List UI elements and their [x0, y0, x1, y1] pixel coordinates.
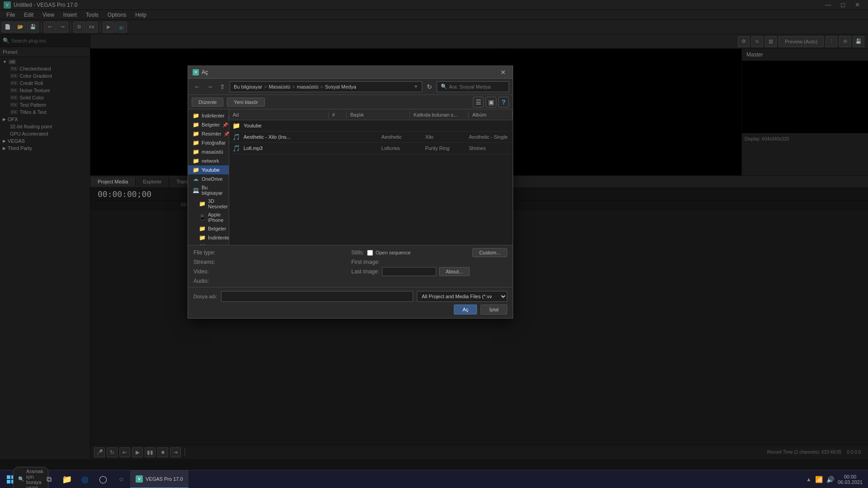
nav-forward-button[interactable]: → — [204, 81, 215, 92]
folder-icon: 📁 — [193, 149, 199, 155]
footer-filename-row: Dosya adı: All Project and Media Files (… — [193, 291, 507, 302]
filename-input[interactable] — [221, 291, 413, 302]
audio-icon-row: 🎵 — [233, 145, 240, 152]
folder-icon-row: 📁 — [233, 122, 240, 129]
dialog-close-button[interactable]: ✕ — [498, 67, 508, 77]
tree-item-network[interactable]: 📁 network — [188, 156, 229, 165]
dialog-actions-bar: Düzenle Yeni klasör ☰ ▣ ? — [188, 95, 513, 109]
chrome-btn[interactable]: ◯ — [94, 470, 112, 488]
audio-label: Audio: — [193, 278, 209, 284]
about-button[interactable]: About... — [439, 267, 470, 276]
cloud-icon: ☁ — [193, 176, 199, 182]
spotify-btn[interactable]: ○ — [112, 470, 130, 488]
tree-item-fotograflar[interactable]: 📁 Fotoğraflar — [188, 138, 229, 147]
stills-checkbox[interactable] — [367, 250, 373, 256]
tree-item-indirilenler-2[interactable]: 📁 İndirilenler — [188, 233, 229, 242]
tree-label: masaüstü — [202, 149, 223, 155]
computer-icon: 💻 — [193, 187, 199, 193]
col-ad[interactable]: Ad — [229, 111, 329, 118]
video-label: Video: — [193, 268, 209, 275]
file-explorer-btn[interactable]: 📁 — [58, 470, 76, 488]
bread-dropdown[interactable]: ▼ — [414, 84, 418, 89]
folder-icon: 📁 — [193, 122, 199, 128]
col-katkida[interactable]: Katkıda bulunan s... — [410, 111, 469, 118]
tree-label: Fotoğraflar — [202, 140, 226, 145]
nav-back-button[interactable]: ← — [192, 81, 203, 92]
iptal-button[interactable]: İptal — [481, 305, 507, 314]
nav-refresh-button[interactable]: ↻ — [424, 81, 435, 92]
vegas-taskbar-btn[interactable]: V VEGAS Pro 17.0 — [130, 470, 189, 488]
yeni-klasor-button[interactable]: Yeni klasör — [227, 98, 264, 107]
folder-icon: 📁 — [193, 131, 199, 137]
folder-icon: 📁 — [193, 167, 199, 173]
breadcrumb[interactable]: Bu bilgisayar > Masaüstü > masaüstü > So… — [230, 81, 422, 92]
clock-date: 06.03.2021 — [838, 479, 863, 485]
tree-item-bu-bilgisayar[interactable]: 💻 Bu bilgisayar — [188, 183, 229, 197]
tree-item-masaustu-2[interactable]: 📁 Masaüstü — [188, 242, 229, 245]
clock-time: 00:00 — [838, 474, 863, 479]
tree-label: Resimler — [202, 131, 221, 136]
ac-button[interactable]: Aç — [454, 305, 477, 314]
file-row-aesthetic[interactable]: 🎵 Aesthetic - Xilo (Ins... Aesthetic Xil… — [229, 131, 513, 143]
taskbar-right: ▲ 📶 🔊 00:00 06.03.2021 — [806, 474, 868, 485]
dialog-titlebar: V Aç ✕ — [188, 66, 513, 79]
edge-btn[interactable]: ◎ — [76, 470, 94, 488]
tree-item-belgeler-1[interactable]: 📁 Belgeler 📌 — [188, 120, 229, 129]
streams-row: Streams: — [193, 259, 349, 265]
file-name: Lofi.mp3 — [244, 145, 334, 151]
tree-label: network — [202, 158, 219, 164]
grid-view-btn[interactable]: ▣ — [486, 97, 496, 108]
network-icon: 📶 — [815, 476, 823, 483]
bread-desktop[interactable]: Masaüstü — [269, 84, 290, 89]
video-row: Video: — [193, 267, 349, 276]
bread-masaustu[interactable]: masaüstü — [297, 84, 319, 89]
tree-label: İndirilenler — [208, 235, 229, 240]
tree-item-youtube[interactable]: 📁 Youtube — [188, 165, 229, 174]
streams-label: Streams: — [193, 259, 215, 265]
footer-buttons-row: Aç İptal — [193, 305, 507, 314]
filetype-select[interactable]: All Project and Media Files (*.vv — [417, 291, 507, 302]
tree-label: Youtube — [202, 167, 220, 173]
tree-item-masaustu[interactable]: 📁 masaüstü — [188, 147, 229, 156]
search-input-dialog[interactable] — [449, 84, 505, 89]
bread-sep-1: > — [264, 84, 267, 89]
tree-label: Bu bilgisayar — [202, 185, 224, 196]
duzenle-button[interactable]: Düzenle — [192, 98, 223, 107]
dialog-info-area: File type: Stills: Open sequence Custom.… — [188, 245, 513, 287]
svg-rect-0 — [7, 475, 10, 479]
last-image-row: Last image: About... — [351, 267, 507, 276]
file-artist: Xilo — [425, 134, 465, 140]
tree-item-3d-nesneler[interactable]: 📁 3D Nesneler — [188, 197, 229, 211]
bread-computer[interactable]: Bu bilgisayar — [234, 84, 262, 89]
file-row-youtube[interactable]: 📁 Youtube — [229, 120, 513, 131]
search-taskbar-btn[interactable]: 🔍 Aramak için buraya yazın — [22, 470, 40, 488]
task-view-btn[interactable]: ⧉ — [40, 470, 58, 488]
system-tray: ▲ — [806, 476, 811, 483]
clock[interactable]: 00:00 06.03.2021 — [838, 474, 863, 485]
custom-button[interactable]: Custom... — [472, 248, 507, 257]
help-btn[interactable]: ? — [498, 97, 509, 108]
file-list-header: Ad # Başlık Katkıda bulunan s... Albüm — [229, 109, 513, 120]
last-image-input[interactable] — [382, 267, 436, 276]
tree-item-onedrive[interactable]: ☁ OneDrive — [188, 174, 229, 183]
col-baslik[interactable]: Başlık — [347, 111, 410, 118]
tree-item-belgeler-2[interactable]: 📁 Belgeler — [188, 224, 229, 233]
col-num[interactable]: # — [329, 111, 347, 118]
tree-item-apple-iphone[interactable]: 📱 Apple iPhone — [188, 211, 229, 224]
audio-icon-row: 🎵 — [233, 133, 240, 141]
list-view-btn[interactable]: ☰ — [473, 97, 484, 108]
file-name: Aesthetic - Xilo (Ins... — [244, 134, 334, 140]
tree-item-resimler[interactable]: 📁 Resimler 📌 — [188, 129, 229, 138]
bread-sosyalmedya[interactable]: Sosyal Medya — [325, 84, 356, 89]
first-image-row: First image: — [351, 259, 507, 265]
first-image-label: First image: — [351, 259, 380, 265]
nav-up-button[interactable]: ⇧ — [217, 81, 228, 92]
dialog-body: 📁 İndirilenler 📌 📁 Belgeler 📌 📁 Resimler… — [188, 109, 513, 245]
pin-icon: 📌 — [224, 131, 229, 136]
phone-icon: 📱 — [199, 214, 205, 221]
open-file-dialog: V Aç ✕ ← → ⇧ Bu bilgisayar > Masaüstü > … — [188, 66, 513, 319]
file-list: Ad # Başlık Katkıda bulunan s... Albüm 📁… — [229, 109, 513, 245]
tree-item-indirilenler-1[interactable]: 📁 İndirilenler 📌 — [188, 111, 229, 120]
col-album[interactable]: Albüm — [469, 111, 513, 118]
file-row-lofi[interactable]: 🎵 Lofi.mp3 Loficries Purity Ring Shrines — [229, 143, 513, 154]
